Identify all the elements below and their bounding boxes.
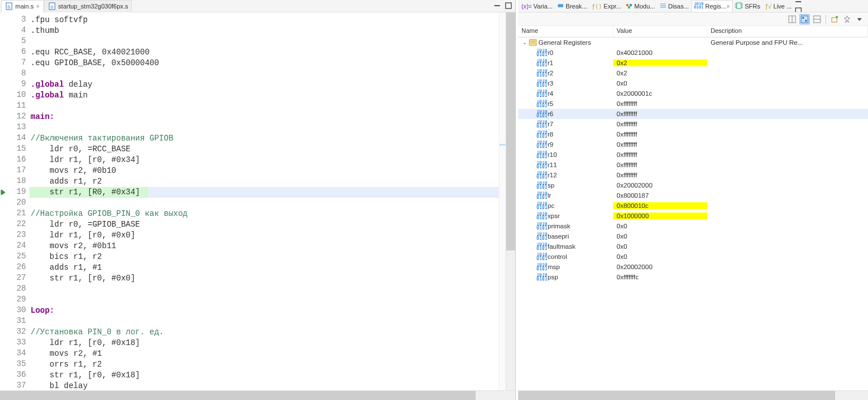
register-value[interactable]: 0xffffffff: [613, 141, 707, 148]
horizontal-scrollbar[interactable]: [518, 390, 868, 400]
code-line[interactable]: main:: [29, 112, 499, 122]
code-line[interactable]: movs r2, #1: [29, 348, 499, 359]
register-value[interactable]: 0xffffffff: [613, 131, 707, 138]
register-row[interactable]: 10100101sp0x20002000: [518, 180, 868, 190]
code-line[interactable]: str r1, [R0, #0x34]: [29, 187, 499, 198]
register-row[interactable]: 10100101r120xffffffff: [518, 170, 868, 180]
code-line[interactable]: .fpu softvfp: [29, 15, 499, 25]
pin-icon[interactable]: [842, 14, 852, 24]
register-value[interactable]: 0xffffffff: [613, 151, 707, 158]
maximize-icon[interactable]: [504, 1, 513, 10]
register-row[interactable]: 10100101control0x0: [518, 252, 868, 262]
register-value[interactable]: 0x2: [613, 70, 707, 76]
register-row[interactable]: 10100101r70xffffffff: [518, 119, 868, 129]
code-line[interactable]: str r1, [r0, #0x0]: [29, 273, 499, 284]
layout-auto-icon[interactable]: [799, 14, 810, 24]
editor-tab[interactable]: Smain.s×: [1, 0, 44, 12]
code-line[interactable]: Loop:: [29, 305, 499, 316]
register-row[interactable]: 10100101xpsr0x1000000: [518, 211, 868, 221]
code-line[interactable]: .thumb: [29, 25, 499, 36]
register-row[interactable]: 10100101msp0x20002000: [518, 262, 868, 272]
register-value[interactable]: 0xffffffff: [613, 161, 707, 168]
code-line[interactable]: .equ GPIOB_BASE, 0x50000400: [29, 58, 499, 69]
register-row[interactable]: 10100101primask0x0: [518, 221, 868, 231]
vertical-scrollbar[interactable]: [506, 12, 515, 390]
register-value[interactable]: 0x20002000: [613, 182, 707, 189]
minimize-icon[interactable]: [794, 0, 803, 6]
code-line[interactable]: ldr r1, [r0, #0x0]: [29, 230, 499, 241]
register-group-row[interactable]: ⌄ General Registers General Purpose and …: [518, 37, 868, 48]
register-value[interactable]: 0x0: [613, 223, 707, 229]
code-line[interactable]: [29, 101, 499, 112]
register-value[interactable]: 0x2: [613, 59, 707, 66]
code-content[interactable]: .fpu softvfp.thumb.equ RCC_BASE, 0x40021…: [29, 12, 499, 390]
register-value[interactable]: 0xffffffff: [613, 110, 707, 117]
code-line[interactable]: .equ RCC_BASE, 0x40021000: [29, 47, 499, 58]
inspector-tab[interactable]: (x)=Varia...: [519, 0, 555, 12]
code-line[interactable]: orrs r1, r2: [29, 359, 499, 370]
layout-vertical-icon[interactable]: [787, 14, 797, 24]
code-line[interactable]: movs r2, #0b11: [29, 241, 499, 252]
register-row[interactable]: 10100101faultmask0x0: [518, 241, 868, 252]
code-line[interactable]: [29, 198, 499, 208]
code-line[interactable]: .global main: [29, 90, 499, 101]
code-line[interactable]: [29, 295, 499, 305]
close-icon[interactable]: ×: [36, 3, 39, 10]
editor-tab[interactable]: Sstartup_stm32g030f6px.s: [44, 0, 132, 12]
register-row[interactable]: 10100101psp0xfffffffc: [518, 272, 868, 282]
code-line[interactable]: [29, 284, 499, 295]
register-value[interactable]: 0x1000000: [613, 212, 707, 219]
minimize-icon[interactable]: [493, 1, 502, 10]
register-value[interactable]: 0xfffffffc: [613, 274, 707, 280]
register-row[interactable]: 10100101basepri0x0: [518, 231, 868, 241]
inspector-tab[interactable]: ƒ√Live ...: [763, 0, 794, 12]
register-value[interactable]: 0x0: [613, 80, 707, 87]
register-value[interactable]: 0xffffffff: [613, 100, 707, 107]
code-line[interactable]: movs r2, #0b10: [29, 165, 499, 176]
overview-ruler[interactable]: [499, 12, 506, 390]
code-line[interactable]: [29, 69, 499, 79]
code-line[interactable]: adds r1, r2: [29, 176, 499, 187]
code-line[interactable]: //Настройка GPIOB_PIN_0 как выход: [29, 208, 499, 219]
code-line[interactable]: [29, 36, 499, 47]
inspector-tab[interactable]: SFRs: [733, 0, 763, 12]
register-value[interactable]: 0xffffffff: [613, 172, 707, 178]
code-line[interactable]: adds r1, #1: [29, 262, 499, 273]
register-value[interactable]: 0x40021000: [613, 49, 707, 56]
register-row[interactable]: 10100101r20x2: [518, 68, 868, 78]
register-value[interactable]: 0x0: [613, 243, 707, 250]
register-value[interactable]: 0xffffffff: [613, 121, 707, 127]
inspector-tab[interactable]: ƒ()Expr...: [589, 0, 623, 12]
table-header[interactable]: Name Value Description: [518, 26, 868, 37]
inspector-tab[interactable]: 10100101Regis... ×: [691, 0, 733, 12]
code-line[interactable]: ldr r1, [r0, #0x34]: [29, 155, 499, 165]
code-line[interactable]: str r1, [r0, #0x18]: [29, 370, 499, 381]
column-header-name[interactable]: Name: [518, 26, 613, 37]
code-line[interactable]: bics r1, r2: [29, 252, 499, 262]
register-row[interactable]: 10100101pc0x800010c: [518, 201, 868, 211]
register-row[interactable]: 10100101r30x0: [518, 78, 868, 88]
register-row[interactable]: 10100101r40x2000001c: [518, 88, 868, 99]
register-row[interactable]: 10100101r60xffffffff: [518, 109, 868, 119]
register-value[interactable]: 0x2000001c: [613, 90, 707, 97]
code-line[interactable]: ldr r1, [r0, #0x18]: [29, 338, 499, 348]
register-row[interactable]: 10100101r100xffffffff: [518, 150, 868, 160]
register-value[interactable]: 0x0: [613, 233, 707, 240]
code-line[interactable]: .global delay: [29, 79, 499, 90]
maximize-icon[interactable]: [794, 6, 803, 13]
column-header-description[interactable]: Description: [707, 26, 868, 37]
code-line[interactable]: [29, 122, 499, 133]
code-line[interactable]: ldr r0, =RCC_BASE: [29, 144, 499, 155]
register-value[interactable]: 0x800010c: [613, 202, 707, 209]
column-header-value[interactable]: Value: [613, 26, 707, 37]
close-icon[interactable]: ×: [726, 3, 730, 10]
code-line[interactable]: [29, 316, 499, 327]
register-row[interactable]: 10100101r110xffffffff: [518, 160, 868, 170]
register-row[interactable]: 10100101r00x40021000: [518, 48, 868, 58]
register-value[interactable]: 0x0: [613, 253, 707, 260]
register-value[interactable]: 0x8000187: [613, 192, 707, 199]
register-row[interactable]: 10100101r10x2: [518, 58, 868, 68]
register-value[interactable]: 0x20002000: [613, 263, 707, 270]
inspector-tab[interactable]: Disas...: [657, 0, 691, 12]
register-row[interactable]: 10100101r80xffffffff: [518, 129, 868, 139]
